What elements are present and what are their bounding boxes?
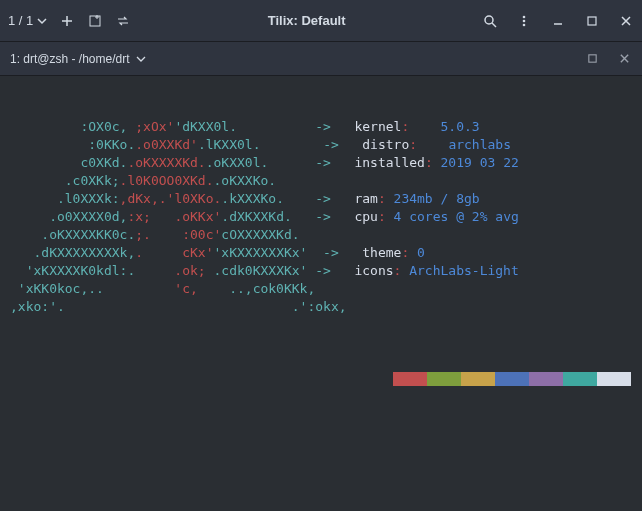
window-title: Tilix: Default bbox=[131, 13, 482, 28]
terminal-tab-label: 1: drt@zsh - /home/drt bbox=[10, 52, 130, 66]
tab-maximize-button[interactable] bbox=[584, 51, 600, 67]
search-icon[interactable] bbox=[482, 13, 498, 29]
terminal-tab-bar: 1: drt@zsh - /home/drt bbox=[0, 42, 642, 76]
tab-close-button[interactable] bbox=[616, 51, 632, 67]
svg-rect-5 bbox=[588, 17, 596, 25]
ascii-art-block: :OX0c, ;xOx''dKXX0l. -> kernel: 5.0.3 :0… bbox=[10, 118, 632, 316]
window-titlebar: 1 / 1 Tilix: Default bbox=[0, 0, 642, 42]
chevron-down-icon bbox=[37, 16, 47, 26]
svg-point-4 bbox=[523, 23, 526, 26]
color-swatch bbox=[529, 372, 563, 386]
maximize-button[interactable] bbox=[584, 13, 600, 29]
color-swatch bbox=[597, 372, 631, 386]
color-palette-row bbox=[10, 353, 632, 409]
sync-input-button[interactable] bbox=[115, 13, 131, 29]
svg-point-2 bbox=[523, 15, 526, 18]
svg-rect-6 bbox=[588, 55, 595, 62]
menu-icon[interactable] bbox=[516, 13, 532, 29]
svg-point-1 bbox=[485, 16, 493, 24]
chevron-down-icon bbox=[136, 54, 146, 64]
svg-point-3 bbox=[523, 19, 526, 22]
terminal-tab[interactable]: 1: drt@zsh - /home/drt bbox=[10, 52, 146, 66]
color-palette bbox=[393, 372, 631, 386]
session-counter-text: 1 / 1 bbox=[8, 13, 33, 28]
color-swatch bbox=[495, 372, 529, 386]
color-swatch bbox=[563, 372, 597, 386]
add-terminal-button[interactable] bbox=[59, 13, 75, 29]
add-terminal-down-button[interactable] bbox=[87, 13, 103, 29]
terminal-output[interactable]: :OX0c, ;xOx''dKXX0l. -> kernel: 5.0.3 :0… bbox=[0, 76, 642, 511]
session-counter[interactable]: 1 / 1 bbox=[8, 13, 47, 28]
color-swatch bbox=[427, 372, 461, 386]
color-swatch bbox=[393, 372, 427, 386]
close-button[interactable] bbox=[618, 13, 634, 29]
minimize-button[interactable] bbox=[550, 13, 566, 29]
color-swatch bbox=[461, 372, 495, 386]
